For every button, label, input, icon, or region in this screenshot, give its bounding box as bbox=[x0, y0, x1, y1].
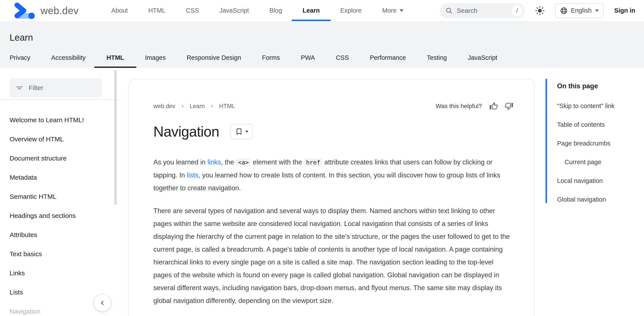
search-box[interactable]: / bbox=[440, 3, 524, 18]
toc-table-of-contents[interactable]: Table of contents bbox=[557, 121, 642, 128]
webdev-logo-icon bbox=[12, 2, 36, 19]
chevron-down-icon bbox=[245, 131, 248, 133]
tab-forms[interactable]: Forms bbox=[262, 54, 280, 68]
article-title-row: Navigation bbox=[153, 123, 513, 140]
lesson-metadata[interactable]: Metadata bbox=[10, 173, 122, 182]
nav-about[interactable]: About bbox=[111, 0, 128, 21]
lesson-headings-sections[interactable]: Headings and sections bbox=[10, 211, 122, 220]
lesson-attributes[interactable]: Attributes bbox=[10, 230, 122, 239]
chevron-right-icon bbox=[209, 103, 215, 109]
nav-learn[interactable]: Learn bbox=[302, 0, 320, 21]
thumbs-down-icon bbox=[504, 102, 513, 111]
search-input[interactable] bbox=[457, 7, 512, 14]
nav-more-label: More bbox=[382, 7, 396, 14]
on-this-page: On this page "Skip to content" link Tabl… bbox=[546, 79, 642, 203]
chevron-down-icon bbox=[400, 9, 404, 12]
body-text: , you learned how to create lists of con… bbox=[153, 171, 500, 192]
lesson-document-structure[interactable]: Document structure bbox=[10, 154, 122, 163]
nav-more[interactable]: More bbox=[382, 0, 404, 21]
course-sidebar: Welcome to Learn HTML! Overview of HTML … bbox=[0, 68, 122, 316]
brand-name: web.dev bbox=[40, 5, 79, 16]
lesson-list: Welcome to Learn HTML! Overview of HTML … bbox=[0, 100, 122, 316]
nav-css[interactable]: CSS bbox=[186, 0, 199, 21]
tab-testing[interactable]: Testing bbox=[427, 54, 447, 68]
bookmark-button[interactable] bbox=[230, 124, 253, 139]
tab-javascript[interactable]: JavaScript bbox=[468, 54, 497, 68]
language-label: English bbox=[571, 7, 592, 14]
tab-accessibility[interactable]: Accessibility bbox=[51, 54, 86, 68]
webdev-logo[interactable]: web.dev bbox=[12, 2, 79, 19]
article-body: As you learned in links, the <a> element… bbox=[153, 156, 513, 316]
nav-explore[interactable]: Explore bbox=[340, 0, 362, 21]
language-selector[interactable]: English bbox=[555, 3, 604, 18]
nav-html[interactable]: HTML bbox=[148, 0, 166, 21]
on-this-page-heading: On this page bbox=[557, 82, 642, 90]
on-this-page-list: "Skip to content" link Table of contents… bbox=[557, 102, 642, 203]
sidebar-scrollbar[interactable] bbox=[114, 70, 117, 205]
nav-javascript[interactable]: JavaScript bbox=[220, 0, 249, 21]
toc-page-breadcrumbs[interactable]: Page breadcrumbs bbox=[557, 140, 642, 147]
search-icon bbox=[445, 7, 453, 14]
thumbs-up-icon bbox=[489, 102, 498, 111]
sidebar-collapse-button[interactable] bbox=[94, 295, 111, 311]
filter-box[interactable] bbox=[10, 78, 102, 97]
breadcrumb-html: HTML bbox=[219, 103, 235, 110]
paragraph: As you learned in links, the <a> element… bbox=[153, 156, 513, 194]
nav-blog[interactable]: Blog bbox=[270, 0, 282, 21]
filter-input[interactable] bbox=[29, 84, 96, 92]
lesson-links[interactable]: Links bbox=[10, 269, 122, 278]
thumbs-up-button[interactable] bbox=[489, 102, 498, 111]
breadcrumb: web.dev Learn HTML bbox=[153, 103, 235, 110]
page-title: Learn bbox=[10, 32, 33, 43]
toc-global-navigation[interactable]: Global navigation bbox=[557, 196, 642, 203]
bookmark-icon bbox=[235, 128, 243, 136]
tab-css[interactable]: CSS bbox=[336, 54, 349, 68]
tab-images[interactable]: Images bbox=[145, 54, 166, 68]
sign-in-button[interactable]: Sign in bbox=[614, 7, 635, 14]
tab-responsive-design[interactable]: Responsive Design bbox=[187, 54, 241, 68]
course-tabs: Privacy Accessibility HTML Images Respon… bbox=[10, 54, 498, 68]
top-bar-actions: / English bbox=[440, 3, 635, 18]
chevron-left-icon bbox=[98, 299, 106, 307]
article-title: Navigation bbox=[153, 123, 219, 140]
body-text: element with the bbox=[251, 158, 304, 166]
lesson-text-basics[interactable]: Text basics bbox=[10, 249, 122, 258]
chevron-right-icon bbox=[180, 103, 186, 109]
article-card: web.dev Learn HTML Was this helpful? bbox=[128, 79, 535, 316]
toc-current-page[interactable]: Current page bbox=[557, 158, 642, 166]
lesson-welcome[interactable]: Welcome to Learn HTML! bbox=[10, 116, 122, 124]
globe-icon bbox=[560, 7, 568, 14]
body-text: There are several types of navigation an… bbox=[153, 207, 510, 305]
inline-code: href bbox=[304, 158, 322, 166]
body-text: , the bbox=[221, 158, 236, 166]
light-mode-sun-icon bbox=[535, 6, 545, 15]
primary-nav: About HTML CSS JavaScript Blog Learn Exp… bbox=[111, 0, 404, 21]
thumbs-down-button[interactable] bbox=[504, 102, 513, 111]
tab-performance[interactable]: Performance bbox=[370, 54, 406, 68]
toc-local-navigation[interactable]: Local navigation bbox=[557, 177, 642, 184]
breadcrumb-webdev[interactable]: web.dev bbox=[153, 103, 176, 110]
chevron-down-icon bbox=[595, 9, 599, 12]
inline-link[interactable]: lists bbox=[187, 171, 198, 179]
search-shortcut-badge: / bbox=[512, 5, 522, 16]
top-bar: web.dev About HTML CSS JavaScript Blog L… bbox=[0, 0, 644, 21]
inline-code: <a> bbox=[236, 158, 251, 166]
lesson-overview[interactable]: Overview of HTML bbox=[10, 135, 122, 144]
body-text: As you learned in bbox=[153, 158, 208, 166]
article-meta-row: web.dev Learn HTML Was this helpful? bbox=[153, 102, 513, 111]
feedback-buttons bbox=[489, 102, 513, 111]
learn-header-band: Learn Privacy Accessibility HTML Images … bbox=[0, 21, 644, 68]
toc-skip-to-content[interactable]: "Skip to content" link bbox=[557, 102, 642, 110]
theme-toggle-button[interactable] bbox=[535, 6, 545, 15]
inline-link[interactable]: links bbox=[208, 158, 221, 166]
filter-icon bbox=[16, 84, 23, 92]
breadcrumb-learn[interactable]: Learn bbox=[190, 103, 205, 110]
paragraph: There are several types of navigation an… bbox=[153, 204, 513, 307]
tab-privacy[interactable]: Privacy bbox=[10, 54, 30, 68]
tab-pwa[interactable]: PWA bbox=[301, 54, 315, 68]
lesson-semantic-html[interactable]: Semantic HTML bbox=[10, 192, 122, 201]
tab-html[interactable]: HTML bbox=[106, 54, 124, 68]
feedback-label: Was this helpful? bbox=[436, 103, 482, 110]
feedback-widget: Was this helpful? bbox=[436, 102, 513, 111]
